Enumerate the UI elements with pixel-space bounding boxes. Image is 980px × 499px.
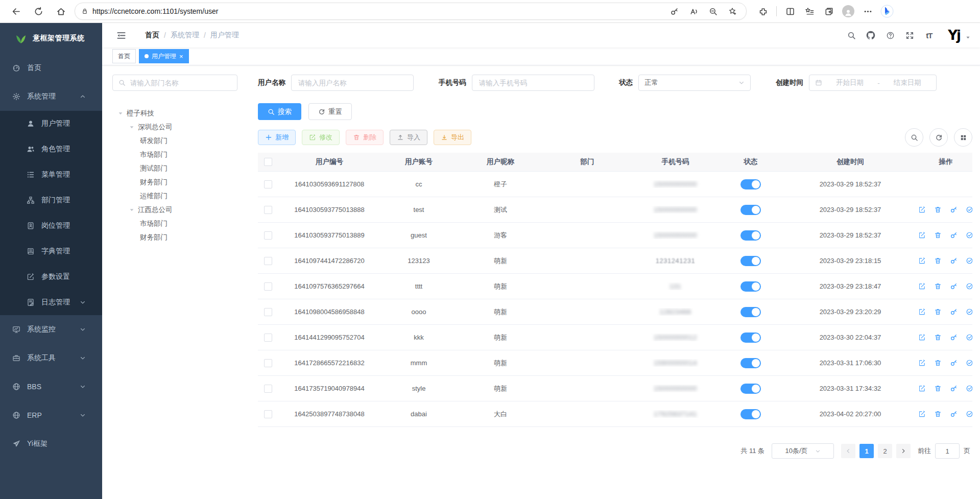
dept-search-input[interactable] [112,75,237,91]
dept-name-field[interactable] [129,79,231,87]
row-reset-password-key-icon[interactable] [950,359,958,367]
row-edit-icon[interactable] [919,206,926,213]
breadcrumb-item[interactable]: / 系统管理 [159,31,199,40]
tree-expand-caret-icon[interactable] [129,124,135,130]
row-assign-role-icon[interactable] [966,257,972,265]
row-delete-icon[interactable] [934,385,942,392]
row-edit-icon[interactable] [919,385,926,392]
next-page-button[interactable] [896,444,911,458]
status-toggle[interactable] [740,358,761,368]
start-date-placeholder[interactable]: 开始日期 [827,78,873,87]
tree-node-label[interactable]: 市场部门 [140,219,168,228]
favorites-bar-icon[interactable] [801,3,818,19]
header-search-icon[interactable] [844,28,859,43]
username-input[interactable] [291,75,414,91]
extensions-icon[interactable] [755,3,771,19]
read-aloud-icon[interactable] [686,4,701,18]
tree-node-label[interactable]: 财务部门 [140,178,168,187]
tag-item[interactable]: 首页 [112,49,136,63]
address-bar[interactable]: https://ccnetcore.com:1101/system/user [75,3,747,20]
row-reset-password-key-icon[interactable] [950,206,958,213]
import-button[interactable]: 导入 [390,130,427,145]
tree-expand-caret-icon[interactable] [117,110,124,116]
tree-node-label[interactable]: 江西总公司 [138,205,173,215]
status-toggle[interactable] [740,281,761,292]
tree-node[interactable]: 财务部门 [112,230,237,244]
row-reset-password-key-icon[interactable] [950,410,958,418]
row-edit-icon[interactable] [919,359,926,367]
sidebar-menu-item[interactable]: 岗位管理 [0,213,102,239]
row-checkbox[interactable] [264,410,272,418]
status-toggle[interactable] [740,205,761,215]
status-toggle[interactable] [740,409,761,419]
show-search-toggle-button[interactable] [905,128,923,147]
tree-node[interactable]: 研发部门 [112,134,237,148]
tree-node[interactable]: 江西总公司 [112,203,237,217]
sidebar-menu-item[interactable]: ERP [0,401,102,430]
fullscreen-icon[interactable] [902,28,917,43]
row-edit-icon[interactable] [919,410,926,418]
tag-item[interactable]: 用户管理 × [139,49,189,63]
user-avatar-logo[interactable]: Yj [948,28,960,43]
status-select[interactable]: 正常 [638,75,751,91]
row-assign-role-icon[interactable] [966,308,972,316]
add-button[interactable]: 新增 [258,130,296,145]
tree-node[interactable]: 运维部门 [112,189,237,203]
tree-node-label[interactable]: 研发部门 [140,136,168,146]
password-key-icon[interactable] [666,4,682,18]
row-assign-role-icon[interactable] [966,385,972,392]
tree-expand-caret-icon[interactable] [129,207,135,213]
breadcrumb-item[interactable]: / 用户管理 [199,31,239,40]
row-delete-icon[interactable] [934,231,942,239]
row-checkbox[interactable] [264,257,272,265]
page-number-button[interactable]: 2 [878,444,892,458]
sidebar-menu-item[interactable]: Yi框架 [0,430,102,458]
tree-node[interactable]: 深圳总公司 [112,120,237,134]
row-assign-role-icon[interactable] [966,206,972,213]
browser-menu-icon[interactable] [859,3,876,19]
row-checkbox[interactable] [264,231,272,240]
sidebar-menu-item[interactable]: 角色管理 [0,136,102,162]
row-reset-password-key-icon[interactable] [950,334,958,341]
status-toggle[interactable] [740,384,761,394]
row-delete-icon[interactable] [934,410,942,418]
row-edit-icon[interactable] [919,257,926,265]
tree-node[interactable]: 橙子科技 [112,106,237,120]
search-button[interactable]: 搜索 [258,103,301,120]
app-logo[interactable]: 意框架管理系统 [0,23,102,54]
sidebar-menu-item[interactable]: 参数设置 [0,264,102,290]
tree-node-label[interactable]: 橙子科技 [127,109,154,118]
tag-close-icon[interactable]: × [179,53,183,60]
row-reset-password-key-icon[interactable] [950,282,958,290]
phone-input[interactable] [472,75,594,91]
row-delete-icon[interactable] [934,334,942,341]
browser-refresh-button[interactable] [30,3,47,20]
row-checkbox[interactable] [264,334,272,342]
zoom-out-icon[interactable] [705,4,721,18]
row-edit-icon[interactable] [919,231,926,239]
status-toggle[interactable] [740,256,761,266]
add-favorite-icon[interactable] [725,4,740,18]
browser-profile-avatar[interactable] [840,3,856,19]
row-edit-icon[interactable] [919,308,926,316]
github-icon[interactable] [863,28,878,43]
sidebar-collapse-icon[interactable] [112,27,130,44]
sidebar-menu-item[interactable]: 用户管理 [0,111,102,136]
row-delete-icon[interactable] [934,257,942,265]
status-toggle[interactable] [740,179,761,189]
row-checkbox[interactable] [264,385,272,393]
page-number-button[interactable]: 1 [859,444,874,458]
row-delete-icon[interactable] [934,359,942,367]
tree-node[interactable]: 市场部门 [112,217,237,230]
prev-page-button[interactable] [841,444,855,458]
row-checkbox[interactable] [264,359,272,367]
row-delete-icon[interactable] [934,206,942,213]
sidebar-menu-item[interactable]: 首页 [0,54,102,82]
row-reset-password-key-icon[interactable] [950,231,958,239]
row-delete-icon[interactable] [934,282,942,290]
status-toggle[interactable] [740,230,761,241]
user-dropdown-caret-icon[interactable] [965,35,971,40]
export-button[interactable]: 导出 [434,130,471,145]
reset-button[interactable]: 重置 [308,103,352,120]
refresh-table-button[interactable] [929,128,948,147]
